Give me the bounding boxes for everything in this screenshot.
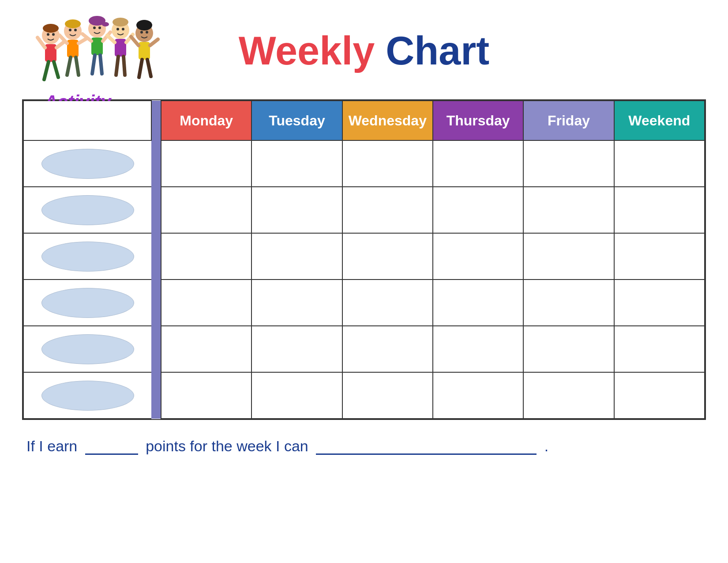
col-thursday-header: Thursday <box>433 101 523 140</box>
svg-line-41 <box>150 39 158 45</box>
activity-cell-6 <box>23 372 151 419</box>
chart-table: Monday Tuesday Wednesday Thursday Friday… <box>23 100 705 419</box>
thursday-cell-1 <box>433 140 523 187</box>
activity-oval-4 <box>41 288 134 318</box>
svg-rect-11 <box>67 40 79 57</box>
tuesday-cell-2 <box>251 187 342 233</box>
page: Weekly Chart Activity Monday Tuesday Wed… <box>0 0 728 563</box>
monday-cell-1 <box>161 140 251 187</box>
points-blank[interactable] <box>85 453 138 455</box>
thursday-cell-4 <box>433 280 523 326</box>
svg-line-42 <box>139 60 142 77</box>
weekend-cell-5 <box>614 326 705 372</box>
svg-line-15 <box>76 57 79 75</box>
activity-oval-6 <box>41 381 134 411</box>
weekly-chart: Monday Tuesday Wednesday Thursday Friday… <box>22 99 706 420</box>
monday-cell-4 <box>161 280 251 326</box>
svg-point-36 <box>122 28 124 30</box>
thursday-cell-3 <box>433 233 523 280</box>
svg-line-24 <box>92 55 95 74</box>
divider-cell-1 <box>151 140 161 187</box>
svg-line-14 <box>67 57 71 75</box>
svg-line-43 <box>147 60 151 76</box>
col-friday-header: Friday <box>523 101 614 140</box>
wednesday-cell-2 <box>342 187 433 233</box>
svg-point-8 <box>52 33 55 36</box>
table-row <box>23 187 705 233</box>
svg-rect-2 <box>45 44 56 62</box>
activity-cell-1 <box>23 140 151 187</box>
tuesday-cell-5 <box>251 326 342 372</box>
tuesday-cell-6 <box>251 372 342 419</box>
svg-point-45 <box>146 31 148 34</box>
svg-line-33 <box>116 57 118 75</box>
activity-cell-4 <box>23 280 151 326</box>
monday-cell-5 <box>161 326 251 372</box>
svg-point-7 <box>47 33 49 36</box>
weekend-cell-2 <box>614 187 705 233</box>
weekend-cell-4 <box>614 280 705 326</box>
wednesday-cell-5 <box>342 326 433 372</box>
header-row: Monday Tuesday Wednesday Thursday Friday… <box>23 101 705 140</box>
wednesday-cell-6 <box>342 372 433 419</box>
svg-line-13 <box>79 39 86 43</box>
svg-point-20 <box>102 22 109 26</box>
header: Weekly Chart <box>22 13 706 71</box>
svg-point-44 <box>140 31 143 34</box>
wednesday-cell-1 <box>342 140 433 187</box>
tuesday-cell-3 <box>251 233 342 280</box>
weekend-cell-1 <box>614 140 705 187</box>
table-row <box>23 140 705 187</box>
svg-rect-21 <box>91 38 103 55</box>
thursday-cell-5 <box>433 326 523 372</box>
col-monday-header: Monday <box>161 101 251 140</box>
activity-cell-5 <box>23 326 151 372</box>
activity-cell-2 <box>23 187 151 233</box>
svg-line-34 <box>124 57 125 75</box>
svg-point-35 <box>116 28 119 30</box>
divider-cell-3 <box>151 233 161 280</box>
bottom-text-part2: points for the week I can <box>146 438 308 454</box>
divider-cell-2 <box>151 187 161 233</box>
title-chart: Chart <box>386 29 489 73</box>
svg-point-17 <box>74 29 77 31</box>
svg-point-26 <box>93 26 96 29</box>
wednesday-cell-4 <box>342 280 433 326</box>
col-weekend-header: Weekend <box>614 101 705 140</box>
table-row <box>23 326 705 372</box>
wednesday-cell-3 <box>342 233 433 280</box>
svg-point-29 <box>113 18 128 26</box>
thursday-cell-2 <box>433 187 523 233</box>
monday-cell-6 <box>161 372 251 419</box>
table-row <box>23 372 705 419</box>
reward-blank[interactable] <box>316 453 537 455</box>
svg-line-4 <box>56 42 64 48</box>
activity-oval-1 <box>41 149 134 179</box>
title-weekly: Weekly <box>239 29 375 73</box>
divider-cell-5 <box>151 326 161 372</box>
col-wednesday-header: Wednesday <box>342 101 433 140</box>
monday-cell-2 <box>161 187 251 233</box>
bottom-text: If I earn points for the week I can . <box>22 438 706 455</box>
svg-rect-39 <box>139 42 150 60</box>
svg-line-25 <box>100 55 102 74</box>
divider-cell-6 <box>151 372 161 419</box>
friday-cell-4 <box>523 280 614 326</box>
tuesday-cell-4 <box>251 280 342 326</box>
activity-oval-5 <box>41 334 134 364</box>
friday-cell-3 <box>523 233 614 280</box>
svg-point-1 <box>43 24 59 33</box>
friday-cell-1 <box>523 140 614 187</box>
thursday-cell-6 <box>433 372 523 419</box>
col-divider-header <box>151 101 161 140</box>
table-row <box>23 280 705 326</box>
activity-cell-3 <box>23 233 151 280</box>
svg-rect-30 <box>115 39 126 57</box>
tuesday-cell-1 <box>251 140 342 187</box>
bottom-text-period: . <box>544 438 548 454</box>
table-row <box>23 233 705 280</box>
col-tuesday-header: Tuesday <box>251 101 342 140</box>
svg-line-31 <box>107 35 115 42</box>
friday-cell-5 <box>523 326 614 372</box>
activity-oval-3 <box>41 242 134 272</box>
